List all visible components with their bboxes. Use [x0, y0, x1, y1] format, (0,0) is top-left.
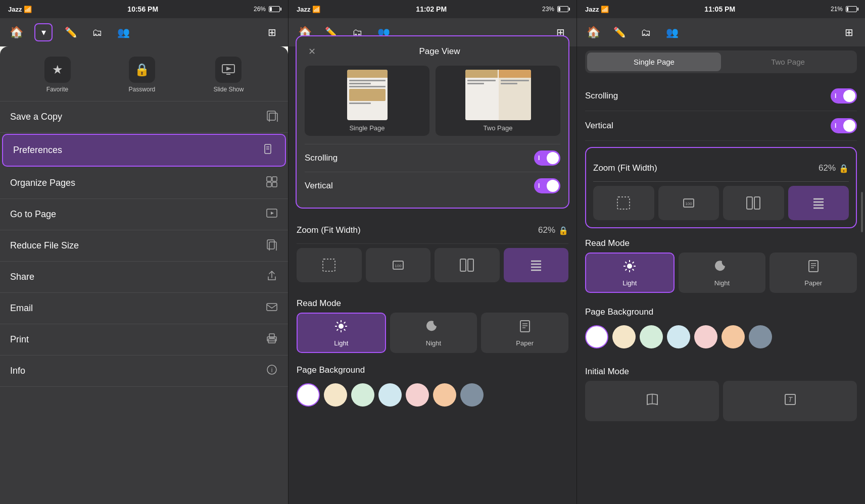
- p3-scrolling-label: Scrolling: [585, 91, 618, 101]
- two-page-thumb[interactable]: Two Page: [436, 66, 560, 136]
- p3-vertical-i: I: [835, 122, 836, 129]
- tab-single-page[interactable]: Single Page: [587, 53, 721, 71]
- go-to-page-icon: [266, 207, 278, 222]
- toolbar-3: 🏠 ✏️ 🗂 👥 ⊞: [577, 18, 865, 46]
- preferences-item[interactable]: Preferences: [2, 134, 286, 167]
- zoom-row: Zoom (Fit Width) 62% 🔒: [297, 217, 568, 244]
- p3-color-pink[interactable]: [694, 325, 717, 348]
- zoom-scroll-btn[interactable]: [504, 248, 569, 282]
- go-to-page-item[interactable]: Go to Page: [0, 199, 288, 230]
- color-swatches-p2: [297, 379, 568, 411]
- p3-color-green[interactable]: [640, 325, 663, 348]
- svg-rect-23: [460, 259, 466, 271]
- p3-read-mode-paper-btn[interactable]: Paper: [770, 253, 857, 293]
- p3-scrolling-toggle-row: Scrolling I: [585, 81, 857, 111]
- organize-pages-item[interactable]: Organize Pages: [0, 168, 288, 199]
- p3-zoom-fit-width-btn[interactable]: 100: [658, 186, 719, 220]
- dropdown-button[interactable]: ▾: [34, 23, 53, 41]
- color-beige[interactable]: [324, 383, 347, 407]
- menu-password[interactable]: 🔒 Password: [129, 57, 156, 93]
- email-item[interactable]: Email: [0, 293, 288, 324]
- layers-icon-3[interactable]: 🗂: [638, 24, 654, 40]
- vertical-toggle[interactable]: I: [534, 178, 560, 193]
- light-label-p2: Light: [334, 339, 348, 347]
- p3-read-mode-night-btn[interactable]: Night: [679, 253, 766, 293]
- read-mode-section: Read Mode Light Night: [297, 290, 568, 357]
- color-blue[interactable]: [378, 383, 402, 407]
- single-page-thumb[interactable]: Single Page: [305, 66, 429, 136]
- color-orange[interactable]: [433, 383, 456, 407]
- two-page-image: [465, 70, 531, 120]
- scrolling-toggle[interactable]: I: [534, 150, 560, 166]
- carrier-1: Jazz 📶: [8, 6, 32, 13]
- zoom-fit-page-btn[interactable]: [297, 248, 362, 282]
- home-icon[interactable]: 🏠: [8, 24, 24, 40]
- svg-point-29: [339, 324, 344, 329]
- color-green[interactable]: [351, 383, 374, 407]
- save-copy-label: Save a Copy: [10, 112, 62, 122]
- svg-rect-60: [809, 261, 818, 272]
- color-white[interactable]: [297, 383, 320, 407]
- menu-favorite[interactable]: ★ Favorite: [44, 57, 71, 93]
- menu-top-icons: ★ Favorite 🔒 Password Slide Show: [0, 46, 288, 102]
- people-icon[interactable]: 👥: [115, 24, 131, 40]
- p3-vertical-toggle[interactable]: I: [831, 118, 857, 133]
- scrolling-toggle-row: Scrolling I: [305, 144, 560, 172]
- pencil-icon[interactable]: ✏️: [63, 24, 79, 40]
- svg-line-58: [633, 262, 634, 263]
- reduce-file-item[interactable]: Reduce File Size: [0, 230, 288, 262]
- panel-1: Jazz 📶 10:56 PM 26% 🏠 ▾ ✏️ 🗂 👥 ⊞ edit, a…: [0, 0, 288, 504]
- color-slate[interactable]: [460, 383, 484, 407]
- p3-initial-mode-book-btn[interactable]: [585, 381, 719, 421]
- home-icon-3[interactable]: 🏠: [585, 24, 601, 40]
- carrier-3: Jazz 📶: [585, 6, 609, 13]
- p3-zoom-two-col-btn[interactable]: [723, 186, 784, 220]
- read-mode-paper-btn[interactable]: Paper: [481, 313, 568, 353]
- p3-zoom-scroll-btn[interactable]: [788, 186, 849, 220]
- read-mode-night-btn[interactable]: Night: [390, 313, 477, 353]
- p3-color-white[interactable]: [585, 325, 608, 348]
- save-copy-item[interactable]: Save a Copy: [0, 102, 288, 133]
- zoom-two-col-btn[interactable]: [435, 248, 500, 282]
- sun-icon: [334, 319, 348, 336]
- share-item[interactable]: Share: [0, 262, 288, 293]
- tab-two-page-label: Two Page: [771, 58, 805, 66]
- p3-read-mode-section: Read Mode Light Night: [585, 234, 857, 293]
- pencil-icon-3[interactable]: ✏️: [611, 24, 628, 40]
- tab-two-page[interactable]: Two Page: [721, 53, 855, 71]
- info-item[interactable]: Info i: [0, 356, 288, 387]
- p3-scrolling-toggle[interactable]: I: [831, 88, 857, 104]
- zoom-fit-width-btn[interactable]: 100: [366, 248, 431, 282]
- svg-rect-20: [323, 259, 335, 271]
- svg-rect-16: [269, 334, 274, 338]
- p3-color-slate[interactable]: [749, 325, 772, 348]
- people-icon-3[interactable]: 👥: [664, 24, 680, 40]
- vertical-knob: [547, 180, 559, 192]
- svg-point-51: [627, 264, 632, 269]
- p3-page-bg-title: Page Background: [585, 303, 857, 321]
- password-label: Password: [129, 86, 156, 93]
- p3-zoom-fit-page-btn[interactable]: [593, 186, 654, 220]
- scrollbar[interactable]: [861, 192, 863, 232]
- apps-icon-3[interactable]: ⊞: [841, 24, 857, 40]
- layers-icon[interactable]: 🗂: [89, 24, 105, 40]
- close-button[interactable]: ✕: [305, 44, 319, 59]
- p3-paper-label: Paper: [804, 279, 822, 287]
- p3-initial-mode-text-btn[interactable]: T: [723, 381, 857, 421]
- p3-color-orange[interactable]: [722, 325, 745, 348]
- apps-icon[interactable]: ⊞: [264, 24, 280, 40]
- menu-slideshow[interactable]: Slide Show: [213, 57, 244, 93]
- p3-color-blue[interactable]: [667, 325, 690, 348]
- scrolling-knob: [547, 152, 559, 164]
- svg-rect-42: [617, 197, 630, 209]
- p3-read-mode-light-btn[interactable]: Light: [585, 253, 675, 293]
- status-bar-3: Jazz 📶 11:05 PM 21%: [577, 0, 865, 18]
- print-item[interactable]: Print: [0, 324, 288, 356]
- svg-rect-14: [267, 304, 277, 311]
- print-label: Print: [10, 334, 29, 345]
- read-mode-light-btn[interactable]: Light: [297, 313, 386, 353]
- below-modal: Zoom (Fit Width) 62% 🔒 100 Read Mode: [289, 217, 576, 415]
- p3-paper-icon: [806, 259, 821, 276]
- p3-color-beige[interactable]: [612, 325, 636, 348]
- color-pink[interactable]: [406, 383, 429, 407]
